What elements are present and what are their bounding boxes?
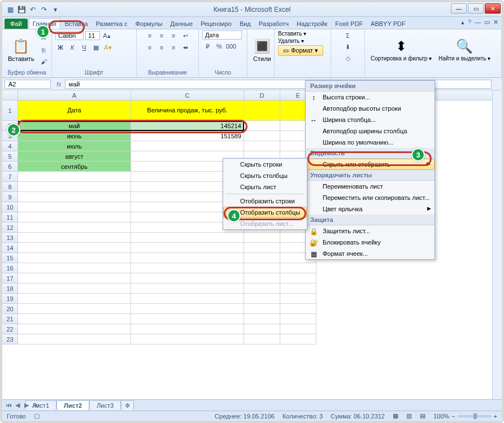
font-size-select[interactable]: 11: [85, 31, 100, 40]
annotation-marker-2: 2: [7, 123, 20, 137]
delete-cells-button[interactable]: Удалить ▾: [278, 38, 304, 44]
menu-move-copy-sheet[interactable]: Переместить или скопировать лист...: [306, 192, 435, 203]
zoom-in-icon[interactable]: +: [494, 413, 497, 420]
tab-formulas[interactable]: Формулы: [132, 19, 166, 29]
menu-format-cells[interactable]: ▦Формат ячеек...: [306, 248, 435, 259]
undo-icon[interactable]: ↶: [28, 5, 37, 14]
tab-data[interactable]: Данные: [167, 19, 196, 29]
close-button[interactable]: ✕: [485, 3, 501, 14]
find-select-button[interactable]: 🔍 Найти и выделить ▾: [436, 37, 493, 63]
file-tab[interactable]: Фай: [5, 19, 28, 29]
minimize-ribbon-icon[interactable]: ▴: [461, 19, 464, 26]
copy-icon[interactable]: ⎘: [39, 45, 49, 55]
view-normal-icon[interactable]: ▦: [393, 412, 398, 420]
excel-icon: ▦: [6, 5, 15, 14]
menu-autofit-col[interactable]: Автоподбор ширины столбца: [306, 125, 435, 137]
wrap-text-icon[interactable]: ↩: [180, 30, 190, 41]
menu-rename-sheet[interactable]: Переименовать лист: [306, 181, 435, 192]
format-painter-icon[interactable]: 🖌: [39, 56, 49, 67]
qat-more-icon[interactable]: ▾: [51, 5, 60, 14]
select-all-corner[interactable]: [2, 90, 18, 100]
align-mid-icon[interactable]: ≡: [157, 30, 167, 41]
tab-review[interactable]: Рецензиро: [197, 19, 235, 29]
menu-autofit-row[interactable]: Автоподбор высоты строки: [306, 103, 435, 114]
view-layout-icon[interactable]: ▥: [406, 412, 412, 420]
name-box[interactable]: A2: [5, 80, 51, 89]
font-name-select[interactable]: Calibri: [55, 31, 84, 40]
italic-icon[interactable]: К: [67, 42, 77, 53]
view-break-icon[interactable]: ▤: [420, 412, 425, 420]
row-header-1[interactable]: 1: [2, 101, 18, 121]
number-format-select[interactable]: Дата: [202, 30, 242, 40]
underline-icon[interactable]: Ч: [79, 42, 89, 53]
menu-default-width[interactable]: Ширина по умолчанию...: [306, 137, 435, 148]
menu-tab-color[interactable]: Цвет ярлычка▶: [306, 203, 435, 215]
menu-lock-cell[interactable]: 🔐Блокировать ячейку: [306, 237, 435, 248]
vertical-scrollbar[interactable]: [492, 90, 502, 399]
align-left-icon[interactable]: ≡: [145, 42, 155, 53]
cell-A1[interactable]: Дата: [18, 101, 131, 121]
currency-icon[interactable]: ₽: [202, 41, 212, 51]
align-top-icon[interactable]: ≡: [145, 30, 155, 41]
ribbon: 📋 Вставить ✂ ⎘ 🖌 Буфер обмена Calibri 11…: [2, 29, 502, 78]
zoom-control[interactable]: 100% − +: [433, 413, 497, 420]
cell[interactable]: май: [18, 121, 131, 131]
sort-filter-button[interactable]: ⬍ Сортировка и фильтр ▾: [368, 37, 434, 63]
bold-icon[interactable]: Ж: [55, 42, 66, 53]
format-icon: ▭: [283, 47, 289, 54]
merge-icon[interactable]: ⬌: [180, 42, 190, 53]
redo-icon[interactable]: ↷: [40, 5, 49, 14]
new-sheet-button[interactable]: ✲: [121, 400, 134, 411]
status-record-icon[interactable]: ▢: [34, 412, 40, 420]
menu-row-height[interactable]: ↕Высота строки...: [306, 91, 435, 103]
cell[interactable]: 145214: [131, 121, 244, 131]
submenu-unhide-rows[interactable]: Отобразить строки: [223, 195, 307, 207]
fill-icon[interactable]: ⬇: [343, 42, 353, 52]
tab-addins[interactable]: Надстройк: [293, 19, 331, 29]
number-group-label: Число: [202, 69, 244, 76]
tab-foxit[interactable]: Foxit PDF: [332, 19, 366, 29]
tab-abbyy[interactable]: ABBYY PDF: [367, 19, 409, 29]
tab-developer[interactable]: Разработч: [255, 19, 292, 29]
align-right-icon[interactable]: ≡: [168, 42, 179, 53]
submenu-hide-sheet[interactable]: Скрыть лист: [223, 181, 307, 193]
menu-col-width[interactable]: ↔Ширина столбца...: [306, 114, 435, 125]
comma-icon[interactable]: 000: [226, 41, 236, 51]
maximize-button[interactable]: ▭: [468, 3, 484, 14]
cell-C1[interactable]: Величина продаж, тыс. руб.: [131, 101, 244, 121]
grow-font-icon[interactable]: A▴: [102, 30, 112, 41]
fill-color-icon[interactable]: A▾: [103, 42, 113, 53]
submenu-hide-rows[interactable]: Скрыть строки: [223, 159, 307, 170]
mdi-restore-icon[interactable]: ▭: [484, 19, 490, 26]
clear-icon[interactable]: ◇: [343, 53, 353, 63]
format-button[interactable]: ▭ Формат ▾: [278, 45, 323, 56]
col-header-C[interactable]: C: [131, 90, 244, 100]
tab-insert[interactable]: Вставка: [62, 19, 92, 29]
paste-button[interactable]: 📋 Вставить: [6, 37, 37, 63]
border-icon[interactable]: ▦: [91, 42, 101, 53]
tab-layout[interactable]: Разметка с: [92, 19, 131, 29]
help-icon[interactable]: ?: [468, 19, 471, 26]
save-icon[interactable]: 💾: [17, 5, 26, 14]
styles-button[interactable]: 🔳 Стили: [251, 37, 273, 63]
align-center-icon[interactable]: ≡: [157, 42, 167, 53]
autosum-icon[interactable]: Σ: [343, 30, 353, 41]
sheet-nav[interactable]: ⏮◀▶⏭: [5, 402, 40, 409]
align-bot-icon[interactable]: ≡: [168, 30, 179, 41]
minimize-button[interactable]: —: [451, 3, 467, 14]
mdi-close-icon[interactable]: ✕: [493, 19, 498, 26]
col-header-A[interactable]: A: [18, 90, 131, 100]
quick-access-toolbar: ▦ 💾 ↶ ↷ ▾: [2, 5, 60, 14]
menu-protect-sheet[interactable]: 🔒Защитить лист...: [306, 225, 435, 237]
insert-cells-button[interactable]: Вставить ▾: [278, 30, 306, 37]
submenu-hide-cols[interactable]: Скрыть столбцы: [223, 170, 307, 181]
percent-icon[interactable]: %: [214, 41, 224, 51]
status-count: Количество: 3: [283, 413, 323, 420]
zoom-out-icon[interactable]: −: [451, 413, 455, 420]
tab-view[interactable]: Вид: [236, 19, 254, 29]
sheet-tab[interactable]: Лист3: [89, 400, 121, 410]
mdi-min-icon[interactable]: —: [475, 19, 481, 26]
col-header-D[interactable]: D: [244, 90, 280, 100]
sheet-tab-active[interactable]: Лист2: [57, 400, 89, 410]
fx-icon[interactable]: fx: [53, 81, 65, 88]
